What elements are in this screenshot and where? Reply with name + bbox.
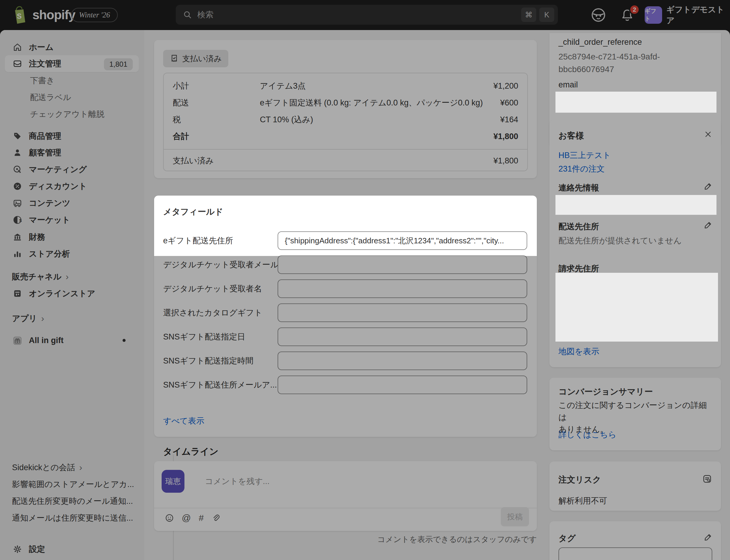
marketing-target-icon <box>13 165 22 174</box>
shipping-address-empty-text: 配送先住所が提供されていません <box>558 235 682 246</box>
total-row-shipping: 配送 eギフト固定送料 (0.0 kg: アイテム0.0 kg、パッケージ0.0… <box>164 94 527 111</box>
shopify-logo-icon: S <box>13 6 29 25</box>
show-all-metafields-link[interactable]: すべて表示 <box>163 415 204 426</box>
tags-input[interactable] <box>558 547 712 560</box>
total-row-paid: 支払い済み ¥1,800 <box>164 150 527 172</box>
analytics-bars-icon <box>13 249 22 259</box>
metafields-card: メタフィールド eギフト配送先住所 {"shippingAddress":{"a… <box>154 196 537 437</box>
metafield-label: SNSギフト配送指定日 <box>163 327 245 346</box>
metafield-input-sns-time[interactable] <box>278 352 527 370</box>
notification-count-badge: 2 <box>629 4 640 15</box>
email-label: email <box>558 80 578 90</box>
metafield-label: SNSギフト配送指定時間 <box>163 352 253 370</box>
sidebar: ホーム 注文管理 1,801 下書き 配送ラベル チェックアウト離脱 商品管理 … <box>0 30 144 560</box>
sidebar-item-label: ホーム <box>29 42 53 53</box>
sidebar-item-shipping-labels[interactable]: 配送ラベル <box>5 89 139 106</box>
sidebar-item-drafts[interactable]: 下書き <box>5 72 139 89</box>
sidekick-history-item-2[interactable]: 配送先住所変更時のメール通知... <box>12 493 138 510</box>
store-avatar[interactable]: ギフト <box>645 6 662 24</box>
sidebar-item-abandoned-checkouts[interactable]: チェックアウト離脱 <box>5 106 139 123</box>
sales-channels-header[interactable]: 販売チャネル› <box>12 268 69 285</box>
risk-analysis-icon[interactable] <box>702 473 713 484</box>
release-badge: Winter '26 <box>71 8 118 22</box>
metafield-input-egift-address[interactable]: {"shippingAddress":{"address1":"北沢1234",… <box>278 231 527 250</box>
show-map-link[interactable]: 地図を表示 <box>558 346 599 357</box>
sidekick-history-item-3[interactable]: 通知メールは住所変更時に送信... <box>12 510 138 526</box>
chevron-right-icon: › <box>66 272 69 282</box>
redacted-contact-info <box>555 195 716 215</box>
sidebar-item-markets[interactable]: $ マーケット <box>5 212 139 228</box>
comment-composer-card: 瑞恵 コメントを残す... @ # 投稿 <box>154 461 537 531</box>
paid-status-badge: 支払い済み <box>163 50 228 67</box>
user-avatar: 瑞恵 <box>162 470 184 493</box>
metafield-label: 選択されたカタログギフト <box>163 303 262 322</box>
search-input[interactable]: 検索 ⌘ K <box>176 5 558 25</box>
sidebar-item-marketing[interactable]: マーケティング <box>5 161 139 178</box>
metafield-label: eギフト配送先住所 <box>163 231 233 250</box>
comment-input[interactable]: コメントを残す... <box>205 470 528 493</box>
gear-icon <box>13 544 22 554</box>
cmd-keycap: ⌘ <box>521 8 536 22</box>
metafield-input-sns-email[interactable] <box>278 376 527 394</box>
chevron-right-icon: › <box>41 313 44 324</box>
learn-more-link[interactable]: 詳しくはこちら <box>558 429 616 440</box>
timeline-footnote: コメントを表示できるのはスタッフのみです <box>154 534 537 545</box>
conversion-summary-card: コンバージョンサマリー この注文に関するコンバージョンの詳細は ありません。 詳… <box>549 378 721 450</box>
customer-card: お客様 HB三上テスト 231件の注文 連絡先情報 配送先住所 配送先住所が提供… <box>549 120 721 367</box>
metafield-input-ticket-name[interactable] <box>278 279 527 298</box>
apps-header[interactable]: アプリ› <box>12 310 44 327</box>
sidekick-conversation-link[interactable]: Sidekickとの会話› <box>12 459 138 476</box>
discount-icon <box>13 181 22 191</box>
admin-content: ホーム 注文管理 1,801 下書き 配送ラベル チェックアウト離脱 商品管理 … <box>0 30 730 560</box>
order-risk-card: 注文リスク 解析利用不可 <box>549 461 721 511</box>
sidekick-icon[interactable] <box>591 7 606 23</box>
order-risk-body: 解析利用不可 <box>558 495 607 506</box>
customer-orders-link[interactable]: 231件の注文 <box>558 163 605 174</box>
payment-totals: 小計 アイテム3点 ¥1,200 配送 eギフト固定送料 (0.0 kg: アイ… <box>163 73 528 171</box>
sidebar-item-all-in-gift[interactable]: All in gift <box>5 332 139 349</box>
conversion-body: この注文に関するコンバージョンの詳細は <box>558 401 707 422</box>
metafield-label: デジタルチケット受取者名 <box>163 279 262 298</box>
hashtag-icon[interactable]: # <box>199 513 204 523</box>
metafield-input-ticket-email[interactable] <box>278 255 527 274</box>
customer-name-link[interactable]: HB三上テスト <box>558 150 611 161</box>
sidebar-item-finance[interactable]: 財務 <box>5 229 139 245</box>
sidebar-item-home[interactable]: ホーム <box>5 39 139 56</box>
billing-address-label: 請求先住所 <box>558 263 599 274</box>
customers-icon <box>13 148 22 157</box>
metafield-label: デジタルチケット受取者メール <box>163 255 278 274</box>
products-tag-icon <box>13 131 22 141</box>
attachment-icon[interactable] <box>211 513 221 522</box>
timeline-title: タイムライン <box>163 446 218 458</box>
k-keycap: K <box>539 8 554 22</box>
contact-info-label: 連絡先情報 <box>558 182 599 193</box>
sidebar-item-online-store[interactable]: オンラインストア <box>5 285 139 302</box>
post-button[interactable]: 投稿 <box>501 507 529 526</box>
sidekick-history-item-1[interactable]: 影響範囲のストアメールとアカ... <box>12 476 138 493</box>
emoji-icon[interactable] <box>165 513 174 522</box>
redacted-billing-address <box>555 273 718 342</box>
sidebar-item-orders[interactable]: 注文管理 1,801 <box>5 55 139 72</box>
sidebar-item-analytics[interactable]: ストア分析 <box>5 245 139 262</box>
edit-tags-pencil-icon[interactable] <box>703 532 713 542</box>
edit-shipping-pencil-icon[interactable] <box>703 220 713 230</box>
tags-title: タグ <box>558 533 576 544</box>
sidebar-item-customers[interactable]: 顧客管理 <box>5 144 139 161</box>
total-row-tax: 税 CT 10% (込み) ¥164 <box>164 111 527 128</box>
mention-icon[interactable]: @ <box>182 513 191 523</box>
search-placeholder: 検索 <box>197 9 214 20</box>
store-name[interactable]: ギフトデモストア <box>666 0 730 30</box>
sidebar-item-content[interactable]: コンテンツ <box>5 195 139 212</box>
close-icon[interactable] <box>703 129 713 139</box>
metafield-input-catalog-gift[interactable] <box>278 303 527 322</box>
metafield-key: _child_order_reference <box>558 38 642 47</box>
svg-text:$: $ <box>19 218 22 223</box>
redacted-email-value <box>555 92 716 113</box>
metafield-input-sns-date[interactable] <box>278 327 527 346</box>
sidebar-item-products[interactable]: 商品管理 <box>5 128 139 145</box>
customer-card-title: お客様 <box>558 130 584 142</box>
edit-contact-pencil-icon[interactable] <box>703 181 713 191</box>
sidebar-item-settings[interactable]: 設定 <box>5 541 139 558</box>
sidebar-item-discounts[interactable]: ディスカウント <box>5 178 139 195</box>
conversion-title: コンバージョンサマリー <box>558 386 653 397</box>
